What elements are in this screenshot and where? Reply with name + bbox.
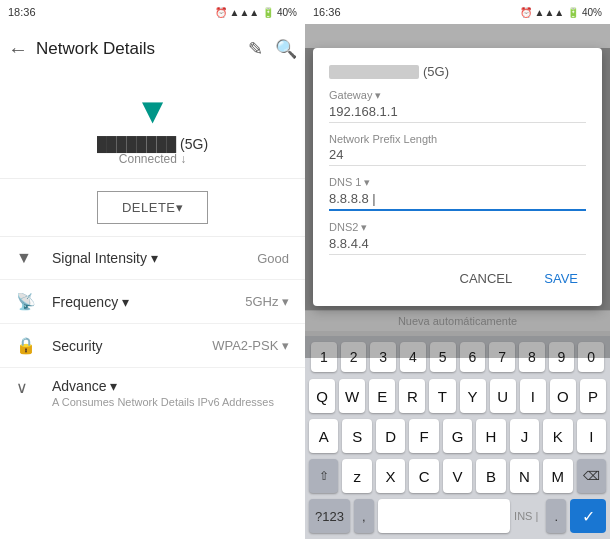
security-icon: 🔒 — [16, 336, 40, 355]
gateway-value: 192.168.1.1 — [329, 104, 586, 123]
key-c[interactable]: C — [409, 459, 438, 493]
comma-key[interactable]: , — [354, 499, 374, 533]
gateway-field: Gateway ▾ 192.168.1.1 — [329, 89, 586, 123]
right-panel: 16:36 ⏰ ▲▲▲ 🔋 40% (5G) Gateway ▾ 192.168… — [305, 0, 610, 539]
security-value: WPA2-PSK ▾ — [212, 338, 289, 353]
key-z[interactable]: z — [342, 459, 371, 493]
dialog-background: (5G) Gateway ▾ 192.168.1.1 Network Prefi… — [305, 24, 610, 310]
key-n[interactable]: N — [510, 459, 539, 493]
network-name: ████████ (5G) — [97, 136, 208, 152]
keyboard: 1 2 3 4 5 6 7 8 9 0 Q W E R T Y U I O P … — [305, 336, 610, 539]
security-row[interactable]: 🔒 Security WPA2-PSK ▾ — [0, 324, 305, 368]
delete-container: DELETE▾ — [0, 179, 305, 237]
edit-icon[interactable]: ✎ — [248, 38, 263, 60]
frequency-value: 5GHz ▾ — [245, 294, 289, 309]
kb-xcvbnm-row: ⇧ z X C V B N M ⌫ — [305, 456, 610, 496]
signal-label: Signal Intensity ▾ — [52, 250, 245, 266]
right-status-bar: 16:36 ⏰ ▲▲▲ 🔋 40% — [305, 0, 610, 24]
dialog-overlay: (5G) Gateway ▾ 192.168.1.1 Network Prefi… — [305, 48, 610, 358]
dialog-network-placeholder — [329, 65, 419, 79]
dialog-network-suffix: (5G) — [423, 64, 449, 79]
key-l[interactable]: I — [577, 419, 606, 453]
network-info: ▼ ████████ (5G) Connected ↓ — [0, 74, 305, 179]
key-k[interactable]: K — [543, 419, 572, 453]
prefix-value: 24 — [329, 147, 586, 166]
right-status-icons: ⏰ ▲▲▲ 🔋 40% — [520, 7, 603, 18]
page-title: Network Details — [36, 39, 240, 59]
left-status-icons: ⏰ ▲▲▲ 🔋 40% — [215, 7, 298, 18]
dns1-field: DNS 1 ▾ 8.8.8.8 | — [329, 176, 586, 211]
delete-button[interactable]: DELETE▾ — [97, 191, 208, 224]
key-s[interactable]: S — [342, 419, 371, 453]
enter-key[interactable]: ✓ — [570, 499, 606, 533]
key-h[interactable]: H — [476, 419, 505, 453]
key-a[interactable]: A — [309, 419, 338, 453]
dialog: (5G) Gateway ▾ 192.168.1.1 Network Prefi… — [313, 48, 602, 306]
key-y[interactable]: Y — [460, 379, 486, 413]
frequency-icon: 📡 — [16, 292, 40, 311]
key-u[interactable]: U — [490, 379, 516, 413]
top-bar-actions: ✎ 🔍 — [248, 38, 297, 60]
dns2-value: 8.8.4.4 — [329, 236, 586, 255]
key-f[interactable]: F — [409, 419, 438, 453]
left-top-bar: ← Network Details ✎ 🔍 — [0, 24, 305, 74]
signal-value: Good — [257, 251, 289, 266]
delete-key[interactable]: ⌫ — [577, 459, 606, 493]
cancel-button[interactable]: CANCEL — [452, 267, 521, 290]
kb-qwerty-row: Q W E R T Y U I O P — [305, 376, 610, 416]
kb-bottom-row: ?123 , INS | . ✓ — [305, 496, 610, 539]
key-x[interactable]: X — [376, 459, 405, 493]
signal-icon: ▼ — [16, 249, 40, 267]
gateway-label: Gateway ▾ — [329, 89, 586, 102]
advance-icon: ∨ — [16, 378, 40, 397]
network-status: Connected ↓ — [119, 152, 186, 166]
advance-sub: A Consumes Network Details IPv6 Addresse… — [52, 396, 289, 408]
security-label: Security — [52, 338, 200, 354]
key-e[interactable]: E — [369, 379, 395, 413]
key-r[interactable]: R — [399, 379, 425, 413]
advance-title: Advance ▾ — [52, 378, 289, 394]
right-time: 16:36 — [313, 6, 341, 18]
left-status-bar: 18:36 ⏰ ▲▲▲ 🔋 40% — [0, 0, 305, 24]
dialog-actions: CANCEL SAVE — [329, 267, 586, 290]
ins-indicator: INS | — [514, 510, 538, 522]
detail-list: ▼ Signal Intensity ▾ Good 📡 Frequency ▾ … — [0, 237, 305, 539]
key-t[interactable]: T — [429, 379, 455, 413]
frequency-row[interactable]: 📡 Frequency ▾ 5GHz ▾ — [0, 280, 305, 324]
dns2-label: DNS2 ▾ — [329, 221, 586, 234]
left-panel: 18:36 ⏰ ▲▲▲ 🔋 40% ← Network Details ✎ 🔍 … — [0, 0, 305, 539]
period-key[interactable]: . — [546, 499, 566, 533]
key-d[interactable]: D — [376, 419, 405, 453]
prefix-label: Network Prefix Length — [329, 133, 586, 145]
save-button[interactable]: SAVE — [536, 267, 586, 290]
search-icon[interactable]: 🔍 — [275, 38, 297, 60]
key-j[interactable]: J — [510, 419, 539, 453]
key-g[interactable]: G — [443, 419, 472, 453]
left-time: 18:36 — [8, 6, 36, 18]
dns1-label: DNS 1 ▾ — [329, 176, 586, 189]
wifi-icon: ▼ — [135, 90, 171, 132]
key-i[interactable]: I — [520, 379, 546, 413]
key-p[interactable]: P — [580, 379, 606, 413]
key-o[interactable]: O — [550, 379, 576, 413]
frequency-label: Frequency ▾ — [52, 294, 233, 310]
dns2-field: DNS2 ▾ 8.8.4.4 — [329, 221, 586, 255]
symbols-key[interactable]: ?123 — [309, 499, 350, 533]
key-m[interactable]: M — [543, 459, 572, 493]
shift-key[interactable]: ⇧ — [309, 459, 338, 493]
advance-content: Advance ▾ A Consumes Network Details IPv… — [52, 378, 289, 408]
signal-row[interactable]: ▼ Signal Intensity ▾ Good — [0, 237, 305, 280]
prefix-field: Network Prefix Length 24 — [329, 133, 586, 166]
space-key[interactable] — [378, 499, 511, 533]
dialog-header: (5G) — [329, 64, 586, 79]
dns1-value[interactable]: 8.8.8.8 | — [329, 191, 586, 211]
key-b[interactable]: B — [476, 459, 505, 493]
kb-asdf-row: A S D F G H J K I — [305, 416, 610, 456]
advance-row[interactable]: ∨ Advance ▾ A Consumes Network Details I… — [0, 368, 305, 418]
key-q[interactable]: Q — [309, 379, 335, 413]
key-v[interactable]: V — [443, 459, 472, 493]
key-w[interactable]: W — [339, 379, 365, 413]
back-button[interactable]: ← — [8, 38, 28, 61]
